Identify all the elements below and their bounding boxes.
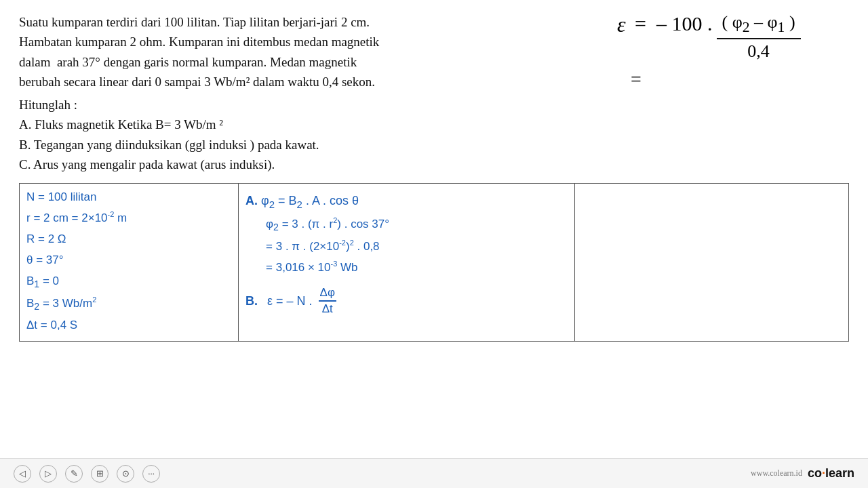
main-formula-fraction: ( φ2 – φ1 ) 0,4 — [717, 12, 801, 62]
section-b-frac-den: Δt — [321, 302, 334, 316]
problem-text: Suatu kumparan terdiri dari 100 lilitan.… — [19, 12, 548, 175]
section-b-title: B. ε = – N . Δφ Δt — [245, 286, 336, 317]
nav-edit-button[interactable]: ✎ — [65, 465, 83, 483]
section-a-title: A. φ2 = B2 . A . cos θ — [245, 190, 568, 213]
section-a-line1: φ2 = 3 . (π . r2) . cos 37° — [266, 214, 568, 235]
mid-col-content: A. φ2 = B2 . A . cos θ φ2 = 3 . (π . r2)… — [245, 188, 568, 321]
var-dt: Δt = 0,4 S — [26, 316, 231, 336]
var-B2: B2 = 3 Wb/m2 — [26, 293, 231, 314]
problem-part-b: B. Tegangan yang diinduksikan (ggl induk… — [19, 135, 548, 155]
var-R: R = 2 Ω — [26, 230, 231, 249]
section-a: A. φ2 = B2 . A . cos θ φ2 = 3 . (π . r2)… — [245, 188, 568, 283]
main-content: Suatu kumparan terdiri dari 100 lilitan.… — [0, 0, 868, 348]
problem-line-4: berubah secara linear dari 0 sampai 3 Wb… — [19, 72, 548, 92]
epsilon-symbol: ε — [617, 12, 626, 37]
formula-top-row: ε = – 100 . ( φ2 – φ1 ) 0,4 — [617, 12, 848, 62]
var-N: N = 100 lilitan — [26, 188, 231, 207]
problem-line-1: Suatu kumparan terdiri dari 100 lilitan.… — [19, 12, 548, 32]
var-r: r = 2 cm = 2×10-2 m — [26, 208, 231, 228]
nav-icons: ◁ ▷ ✎ ⊞ ⊙ ··· — [14, 465, 160, 483]
table-right-col — [575, 183, 849, 342]
table-left-col: N = 100 lilitan r = 2 cm = 2×10-2 m R = … — [20, 183, 239, 342]
problem-part-c: C. Arus yang mengalir pada kawat (arus i… — [19, 155, 548, 174]
section-b-fraction: Δφ Δt — [319, 286, 336, 317]
problem-line-3: dalam arah 37° dengan garis normal kumpa… — [19, 52, 548, 72]
brand-dot: · — [822, 466, 825, 480]
problem-line-2: Hambatan kumparan 2 ohm. Kumparan ini di… — [19, 32, 548, 52]
brand-logo: co·learn — [808, 466, 854, 481]
nav-grid-button[interactable]: ⊞ — [91, 465, 108, 483]
solution-table: N = 100 lilitan r = 2 cm = 2×10-2 m R = … — [19, 183, 849, 342]
var-theta: θ = 37° — [26, 251, 231, 270]
nav-forward-button[interactable]: ▷ — [39, 465, 57, 483]
fraction-numerator: ( φ2 – φ1 ) — [717, 12, 801, 39]
formula-equals-result: = — [631, 68, 848, 90]
var-B1: B1 = 0 — [26, 272, 231, 292]
nav-zoom-button[interactable]: ⊙ — [117, 465, 134, 483]
section-b-frac-num: Δφ — [319, 286, 336, 302]
table-mid-col: A. φ2 = B2 . A . cos θ φ2 = 3 . (π . r2)… — [239, 183, 575, 342]
bottom-bar: ◁ ▷ ✎ ⊞ ⊙ ··· www.colearn.id co·learn — [0, 458, 868, 488]
problem-hitunglah: Hitunglah : — [19, 95, 548, 115]
left-col-content: N = 100 lilitan r = 2 cm = 2×10-2 m R = … — [26, 188, 231, 336]
brand-url: www.colearn.id — [751, 468, 802, 479]
section-b: B. ε = – N . Δφ Δt — [245, 283, 568, 321]
equals-sign: = – 100 . — [630, 12, 713, 35]
brand-area: www.colearn.id co·learn — [751, 466, 854, 481]
nav-back-button[interactable]: ◁ — [14, 465, 31, 483]
section-a-line3: = 3,016 × 10-3 Wb — [266, 258, 568, 278]
section-a-line2: = 3 . π . (2×10-2)2 . 0,8 — [266, 237, 568, 257]
problem-part-a: A. Fluks magnetik Ketika B= 3 Wb/m ² — [19, 115, 548, 134]
formula-area: ε = – 100 . ( φ2 – φ1 ) 0,4 = — [617, 12, 848, 90]
nav-more-button[interactable]: ··· — [142, 465, 160, 483]
fraction-denominator: 0,4 — [742, 39, 775, 62]
